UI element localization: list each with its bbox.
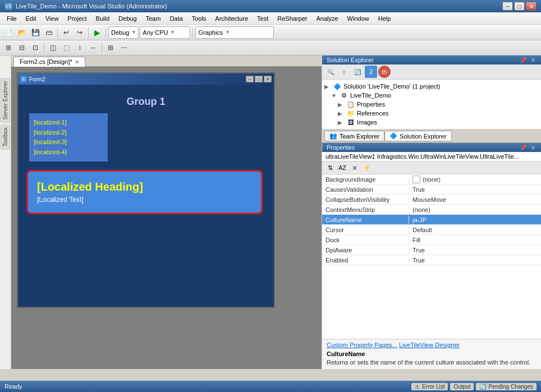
- toolbar2-btn8[interactable]: ⊞: [104, 41, 117, 54]
- platform-dropdown[interactable]: Any CPU ▼: [140, 26, 190, 39]
- prop-row-cn[interactable]: CultureName ja-JP: [322, 215, 541, 225]
- prop-name-enabled: Enabled: [322, 256, 409, 264]
- tree-references[interactable]: ▶ 📁 References: [338, 109, 539, 118]
- prop-row-cms[interactable]: ContextMenuStrip (none): [322, 205, 541, 215]
- save-all-btn[interactable]: 🗃: [43, 26, 55, 39]
- tree-properties[interactable]: ▶ 📋 Properties: [338, 100, 539, 109]
- toolbar2-btn3[interactable]: ⊡: [29, 41, 42, 54]
- toolbar2-btn5[interactable]: ⬚: [60, 41, 72, 54]
- menu-analyze[interactable]: Analyze: [311, 12, 342, 24]
- se-close-btn[interactable]: ✕: [530, 57, 537, 63]
- menu-help[interactable]: Help: [374, 12, 396, 24]
- prop-row-bg[interactable]: BackgroundImage (none): [322, 174, 541, 185]
- panel-tabs: 👥 Team Explorer 🔷 Solution Explorer: [322, 130, 541, 143]
- redo-btn[interactable]: ↪: [74, 26, 86, 39]
- prop-row-dock[interactable]: Dock Fill: [322, 235, 541, 245]
- status-bar: Ready ⚠ Error List Output 🔄 Pending Chan…: [0, 381, 541, 392]
- prop-row-enabled[interactable]: Enabled True: [322, 255, 541, 265]
- output-tab[interactable]: Output: [450, 383, 474, 390]
- designer-tab[interactable]: Form2.cs [Design]* ✕: [13, 57, 85, 67]
- menu-resharper[interactable]: ReSharper: [273, 12, 311, 24]
- menu-file[interactable]: File: [2, 12, 21, 24]
- properties-title: Properties: [327, 144, 355, 151]
- minimize-button[interactable]: ─: [502, 2, 513, 11]
- output-label: Output: [453, 384, 470, 390]
- graphics-dropdown[interactable]: Graphics ▼: [195, 26, 274, 39]
- prop-sort-btn[interactable]: ⇅: [324, 163, 336, 173]
- prop-event-btn[interactable]: ⚡: [361, 163, 373, 173]
- status-ready: Ready: [4, 383, 22, 390]
- tree-images[interactable]: ▶ 🖼 Images: [338, 118, 539, 127]
- prop-pin-btn[interactable]: 📌: [519, 145, 528, 151]
- prop-value-enabled: True: [409, 256, 541, 264]
- prop-row-cv[interactable]: CausesValidation True: [322, 185, 541, 195]
- blue-tile[interactable]: [localized-1] [localized-2] [localized-3…: [29, 113, 108, 162]
- se-btn2[interactable]: ↕: [338, 66, 350, 78]
- prop-selector-row[interactable]: ultraLiveTileView1 Infragistics.Win.Ultr…: [322, 152, 541, 162]
- pending-changes-tab[interactable]: 🔄 Pending Changes: [476, 383, 537, 390]
- se-btn1[interactable]: 🔍: [324, 66, 337, 78]
- se-btn4[interactable]: 2: [365, 66, 377, 78]
- menu-test[interactable]: Test: [253, 12, 273, 24]
- form-title: Form2: [29, 76, 45, 82]
- designer-tab-close[interactable]: ✕: [75, 59, 79, 65]
- close-button[interactable]: ✕: [526, 2, 537, 11]
- platform-label: Any CPU: [143, 29, 168, 36]
- form-close[interactable]: ✕: [264, 76, 272, 82]
- graphics-arrow: ▼: [225, 30, 230, 35]
- menu-project[interactable]: Project: [63, 12, 91, 24]
- designer-content[interactable]: F Form2 ─ □ ✕ Group 1 [localized-1] [loc…: [11, 67, 322, 369]
- maximize-button[interactable]: □: [514, 2, 525, 11]
- menu-edit[interactable]: Edit: [21, 12, 41, 24]
- prop-close-btn[interactable]: ✕: [530, 145, 537, 151]
- run-btn[interactable]: ▶: [91, 26, 103, 39]
- menu-build[interactable]: Build: [91, 12, 114, 24]
- properties-titlebar: Properties 📌 ✕: [322, 143, 541, 152]
- toolbar2-btn6[interactable]: ↕: [74, 41, 86, 54]
- error-list-tab[interactable]: ⚠ Error List: [411, 383, 448, 390]
- toolbar2-btn9[interactable]: ⋯: [118, 41, 130, 54]
- toolbox-tab[interactable]: Toolbox: [1, 124, 10, 149]
- prop-name-dock: Dock: [322, 236, 409, 244]
- undo-btn[interactable]: ↩: [60, 26, 72, 39]
- prop-row-cur[interactable]: Cursor Default: [322, 225, 541, 235]
- images-arrow: ▶: [338, 119, 345, 126]
- save-btn[interactable]: 💾: [29, 26, 42, 39]
- toolbar2-btn7[interactable]: ↔: [87, 41, 99, 54]
- team-tab-label: Team Explorer: [340, 133, 379, 140]
- tile-item-1: [localized-1]: [34, 118, 103, 128]
- team-explorer-tab[interactable]: 👥 Team Explorer: [324, 131, 384, 141]
- new-project-btn[interactable]: 📄: [2, 26, 15, 39]
- open-btn[interactable]: 📂: [16, 26, 28, 39]
- form-maximize[interactable]: □: [255, 76, 263, 82]
- menu-view[interactable]: View: [41, 12, 63, 24]
- tree-project[interactable]: ▼ ⚙ LiveTile_Demo: [331, 91, 539, 100]
- form-minimize[interactable]: ─: [246, 76, 254, 82]
- custom-property-link[interactable]: Custom Property Pages...: [327, 342, 397, 348]
- toolbar2-btn1[interactable]: ⊞: [2, 41, 15, 54]
- menu-data[interactable]: Data: [165, 12, 187, 24]
- menu-tools[interactable]: Tools: [187, 12, 211, 24]
- menu-architecture[interactable]: Architecture: [210, 12, 253, 24]
- prop-az-btn[interactable]: AZ: [337, 163, 348, 173]
- se-btn5[interactable]: th: [378, 66, 391, 78]
- prop-row-dpi[interactable]: DpiAware True: [322, 245, 541, 255]
- menu-team[interactable]: Team: [141, 12, 166, 24]
- se-btn3[interactable]: 🔄: [351, 66, 364, 78]
- project-icon: ⚙: [340, 91, 348, 99]
- prop-name-cur: Cursor: [322, 226, 409, 234]
- prop-name-cn: CultureName: [322, 216, 409, 224]
- se-pin-btn[interactable]: 📌: [519, 57, 528, 63]
- tree-solution[interactable]: ▶ 🔷 Solution 'LiveTile_Demo' (1 project): [324, 82, 539, 91]
- livetileview-designer-link[interactable]: LiveTileView Designer: [399, 342, 460, 348]
- menu-debug[interactable]: Debug: [114, 12, 141, 24]
- prop-cat-btn[interactable]: ≡: [349, 163, 360, 173]
- prop-row-cbv[interactable]: CollapseButtonVisibility MouseMove: [322, 195, 541, 205]
- config-dropdown[interactable]: Debug ▼: [108, 26, 139, 39]
- solution-explorer-tab2[interactable]: 🔷 Solution Explorer: [384, 131, 452, 141]
- server-explorer-tab[interactable]: Server Explorer: [1, 78, 10, 122]
- menu-window[interactable]: Window: [343, 12, 374, 24]
- localized-heading-box[interactable]: [Localized Heading] [Localized Text]: [26, 170, 263, 214]
- toolbar2-btn2[interactable]: ⊟: [16, 41, 28, 54]
- toolbar2-btn4[interactable]: ◫: [47, 41, 59, 54]
